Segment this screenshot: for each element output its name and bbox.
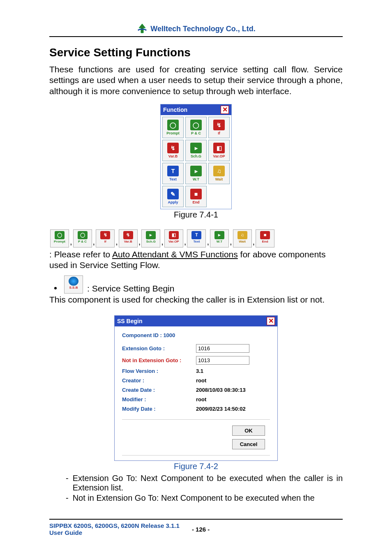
row-icon-label: Text — [193, 239, 200, 244]
row-icon-label: Var.OP — [168, 239, 179, 244]
footer-guide: User Guide — [49, 529, 180, 536]
function-item-label: If — [218, 131, 220, 135]
page-header: Welltech Technology Co., Ltd. — [49, 23, 343, 37]
row-icon-label: End — [262, 239, 268, 244]
label-modifier: Modifier : — [122, 396, 196, 402]
row-modifier: Modifier : root — [115, 395, 277, 404]
dash-list: - Extension Go To: Next Component to be … — [49, 474, 343, 503]
input-ext-goto[interactable] — [196, 344, 249, 353]
row-icon-prompt: ◯Prompt — [50, 229, 69, 247]
end-icon: ■ — [190, 189, 202, 199]
close-icon[interactable]: ✕ — [221, 106, 229, 114]
company-name: Welltech Technology Co., Ltd. — [150, 25, 255, 33]
cancel-button[interactable]: Cancel — [232, 439, 265, 449]
value-creator: root — [196, 377, 206, 384]
figure-2-caption: Figure 7.4-2 — [49, 462, 343, 471]
dash-item-a: - Extension Go To: Next Component to be … — [66, 474, 343, 493]
value-flow-version: 3.1 — [196, 368, 203, 374]
value-create-date: 2008/10/03 08:30:13 — [196, 387, 246, 393]
function-item-label: End — [193, 200, 200, 204]
function-item-label: W.T — [193, 177, 199, 181]
row-icon-label: Var.B — [124, 239, 132, 244]
separator: , — [70, 236, 72, 247]
end-icon: ■ — [260, 231, 270, 239]
function-item-label: Var.OP — [213, 154, 225, 158]
row-icon-label: Prompt — [54, 239, 65, 244]
row-creator: Creator : root — [115, 376, 277, 385]
figure-1-caption: Figure 7.4-1 — [49, 210, 343, 220]
function-item-var-op[interactable]: ◧Var.OP — [208, 140, 230, 161]
label-ext-goto: Extension Goto : — [122, 345, 196, 352]
row-icon-var-op: ◧Var.OP — [164, 229, 183, 247]
sch-g-icon: ▸ — [146, 231, 156, 239]
value-modifier: root — [196, 396, 206, 402]
row-icon-label: P & C — [78, 239, 87, 244]
page-footer: SIPPBX 6200S, 6200GS, 6200N Release 3.1.… — [49, 519, 343, 536]
function-item-prompt[interactable]: ◯Prompt — [162, 117, 184, 138]
prompt-icon: ◯ — [167, 120, 179, 130]
icon-row: ◯Prompt, ◯P & C, ↯If, ↯Var.B, ▸Sch.G, ◧V… — [49, 229, 343, 247]
sch-g-icon: ▸ — [190, 143, 202, 153]
dialog-title: SS Begin — [117, 318, 142, 324]
ssb-shape-icon — [69, 277, 78, 286]
function-item-end[interactable]: ■End — [185, 186, 207, 207]
w-t-icon: ▸ — [214, 231, 224, 239]
dialog-close-icon[interactable]: ✕ — [267, 317, 275, 325]
company-logo-icon — [136, 23, 148, 35]
row-modify-date: Modify Date : 2009/02/23 14:50:02 — [115, 404, 277, 414]
function-item-wait[interactable]: ♫Wait — [208, 163, 230, 184]
function-grid: ◯Prompt◯P & C↯If↯Var.B▸Sch.G◧Var.OPTText… — [161, 115, 231, 209]
figure-1: Function ✕ ◯Prompt◯P & C↯If↯Var.B▸Sch.G◧… — [49, 104, 343, 220]
row-icon-text: TText — [187, 229, 206, 247]
function-item-p-c[interactable]: ◯P & C — [185, 117, 207, 138]
var-op-icon: ◧ — [169, 231, 179, 239]
row-ext-goto: Extension Goto : — [115, 342, 277, 354]
section-title: Service Setting Functions — [49, 46, 343, 59]
input-not-ext-goto[interactable] — [196, 356, 249, 365]
dialog-titlebar: SS Begin ✕ — [115, 316, 277, 326]
row-icon-label: If — [104, 239, 106, 244]
function-panel-title: Function — [163, 106, 187, 113]
page-number: - 126 - — [192, 526, 210, 533]
separator: , — [207, 236, 209, 247]
dialog-button-row: OK Cancel — [122, 419, 270, 456]
function-item-w-t[interactable]: ▸W.T — [185, 163, 207, 184]
function-item-var-b[interactable]: ↯Var.B — [162, 140, 184, 161]
function-item-apply[interactable]: ✎Apply — [162, 186, 184, 207]
label-create-date: Create Date : — [122, 387, 196, 393]
row-icon-sch-g: ▸Sch.G — [141, 229, 160, 247]
apply-icon: ✎ — [167, 189, 179, 199]
dash-icon: - — [66, 493, 69, 503]
function-item-sch-g[interactable]: ▸Sch.G — [185, 140, 207, 161]
ssb-caption: : Service Setting Begin — [87, 284, 174, 294]
row-icon-end: ■End — [256, 229, 274, 247]
function-item-label: Wait — [215, 177, 223, 181]
dash-icon: - — [66, 474, 69, 493]
w-t-icon: ▸ — [190, 166, 202, 176]
bullet-icon — [54, 287, 57, 289]
var-b-icon: ↯ — [167, 143, 179, 153]
ssb-icon-label: S.S.B — [69, 286, 78, 289]
ssb-icon: S.S.B — [64, 275, 83, 294]
separator: , — [93, 236, 95, 247]
dash-text-b: Not in Extension Go To: Next Component t… — [73, 493, 315, 503]
separator: , — [115, 236, 118, 247]
intro-paragraph: These functions are used for creating se… — [49, 64, 343, 97]
ok-button[interactable]: OK — [232, 426, 265, 436]
dash-item-b: - Not in Extension Go To: Next Component… — [66, 493, 343, 503]
function-item-if[interactable]: ↯If — [208, 117, 230, 138]
ssb-bullet: S.S.B : Service Setting Begin — [49, 275, 343, 294]
dialog-body: Component ID : 1000 Extension Goto : Not… — [115, 326, 277, 460]
separator: , — [138, 236, 141, 247]
row-icon-if: ↯If — [96, 229, 115, 247]
function-item-label: Text — [169, 177, 177, 181]
p-c-icon: ◯ — [190, 120, 202, 130]
footer-release: SIPPBX 6200S, 6200GS, 6200N Release 3.1.… — [49, 522, 180, 529]
row-icon-w-t: ▸W.T — [210, 229, 229, 247]
var-op-icon: ◧ — [213, 143, 225, 153]
label-modify-date: Modify Date : — [122, 406, 196, 412]
component-id: Component ID : 1000 — [115, 330, 277, 342]
function-item-text[interactable]: TText — [162, 163, 184, 184]
figure-2: SS Begin ✕ Component ID : 1000 Extension… — [49, 313, 343, 471]
auto-attendant-link[interactable]: Auto Attendant & VMS Functions — [112, 250, 238, 259]
